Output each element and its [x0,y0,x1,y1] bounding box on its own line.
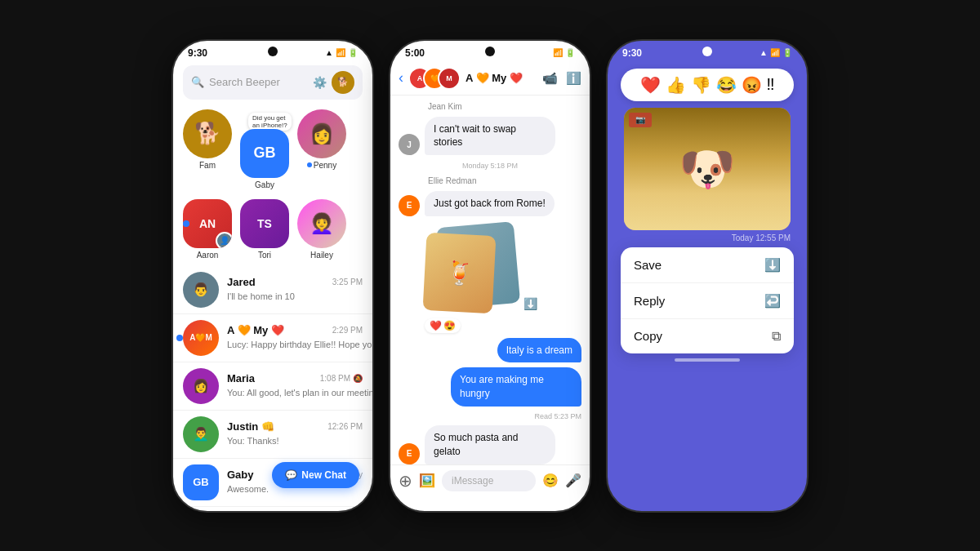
imessage-placeholder: iMessage [452,475,493,487]
chat-item-adrienne[interactable]: AD Adrienne Omg, that looks so nice! [173,507,372,513]
chat-name-jared: Jared [227,276,256,288]
input-bar: ⊕ 🖼️ iMessage 😊 🎤 [390,464,590,496]
reaction-exclaim[interactable]: ‼️ [767,75,775,95]
phone-2: 5:00 📶 🔋 ‹ A 🧡 M A 🧡 My ❤️ 📹 ℹ️ Jean Kim… [389,39,591,513]
chat-time-justin: 12:26 PM [327,422,363,431]
chat-item-jared[interactable]: 👨 Jared 3:25 PM I'll be home in 10 [173,266,372,314]
status-bar-3: 9:30 ▲ 📶 🔋 [608,41,807,62]
status-icons-1: ▲ 📶 🔋 [325,48,358,57]
status-icons-3: ▲ 📶 🔋 [760,48,792,57]
story-hailey[interactable]: 👩‍🦱 Hailey [297,199,346,260]
camera-notch-1 [268,47,278,56]
add-icon[interactable]: ⊕ [399,471,412,491]
story-label-hailey: Hailey [310,251,333,260]
chat-info-maria: Maria 1:08 PM 🔕 You: All good, let's pla… [227,372,363,399]
mic-icon[interactable]: 🎤 [565,473,581,488]
settings-icon[interactable]: ⚙️ [313,76,327,89]
story-aaron[interactable]: AN 👤 Aaron [183,199,232,260]
chat-item-maria[interactable]: 👩 Maria 1:08 PM 🔕 You: All good, let's p… [173,362,372,411]
time-3: 9:30 [622,47,642,59]
chat-item-justin[interactable]: 👨‍🦱 Justin 👊 12:26 PM You: Thanks! [173,411,372,459]
chat-avatar-gaby: GB [183,464,219,500]
menu-item-reply[interactable]: Reply ↩️ [621,283,794,319]
story-penny[interactable]: 👩 Penny [297,109,346,189]
reaction-thumbsdown[interactable]: 👎 [691,75,711,95]
chat-preview-justin: You: Thanks! [227,436,279,446]
conv-header: ‹ A 🧡 M A 🧡 My ❤️ 📹 ℹ️ [390,62,590,96]
dog-photo: 🐶 📷 [624,108,791,230]
status-bar-2: 5:00 📶 🔋 [390,41,590,62]
home-indicator-3 [675,358,740,362]
copy-icon: ⧉ [772,329,781,344]
chat-preview-gaby: Awesome. [227,484,269,494]
back-button[interactable]: ‹ [399,69,403,87]
story-label-fam: Fam [199,161,216,170]
story-label-gaby: Gaby [255,180,274,189]
emoji-icon[interactable]: 😊 [542,473,559,488]
story-label-aaron: Aaron [197,251,219,260]
bubble-right-2: You are making me hungry [451,367,581,407]
story-label-penny: Penny [314,161,336,170]
reaction-bar[interactable]: ❤️ 👍 👎 😂 😡 ‼️ [621,69,794,101]
chat-name-justin: Justin 👊 [227,420,274,433]
user-avatar-small[interactable]: 🐕 [332,71,354,94]
menu-item-copy[interactable]: Copy ⧉ [621,319,794,353]
chat-preview-amy: Lucy: Happy birthday Ellie!! Hope you've… [227,340,374,349]
bubble-right-1: Italy is a dream [497,338,581,363]
dog-image: 🐶 [679,142,736,196]
chat-name-gaby: Gaby [227,469,254,481]
bubble-jean: I can't wait to swap stories [425,117,555,156]
msg-row-ellie-1: E Just got back from Rome! [399,191,581,216]
camera-notch-2 [485,47,495,56]
chat-avatar-maria: 👩 [183,368,219,404]
unread-dot-amy [176,335,183,341]
msg-avatar-ellie-2: E [399,443,420,464]
conv-action-icons: 📹 ℹ️ [542,71,581,86]
chat-info-justin: Justin 👊 12:26 PM You: Thanks! [227,420,363,447]
status-icons-2: 📶 🔋 [553,48,575,57]
story-fam[interactable]: 🐕 Fam [183,109,232,189]
reaction-laugh[interactable]: 😂 [716,75,737,95]
msg-row-ellie-2: E So much pasta and gelato [399,425,581,464]
story-label-tori: Tori [258,251,271,260]
menu-item-save[interactable]: Save ⬇️ [621,247,794,283]
conv-avatars: A 🧡 M [408,67,457,90]
reaction-heart[interactable]: ❤️ [640,75,661,95]
msg-row-jean: J I can't wait to swap stories [399,117,581,156]
new-chat-button[interactable]: 💬 New Chat [272,462,359,488]
mute-icon: 🔕 [353,374,363,383]
image-group: 🏙️ 🍹 ⬇️ [425,224,539,313]
chat-avatar-amy: A🧡M [183,320,219,356]
reply-label: Reply [634,294,665,308]
reply-icon: ↩️ [764,293,781,309]
reaction-angry[interactable]: 😡 [742,75,762,95]
chat-avatar-justin: 👨‍🦱 [183,416,219,452]
search-bar[interactable]: 🔍 Search Beeper ⚙️ 🐕 [183,65,363,100]
download-icon[interactable]: ⬇️ [523,297,537,310]
phone-3: 9:30 ▲ 📶 🔋 ❤️ 👍 👎 😂 😡 ‼️ 🐶 📷 Today 12:55… [606,39,808,513]
chat-time-maria: 1:08 PM [320,374,350,383]
reaction-thumbsup[interactable]: 👍 [666,75,686,95]
info-icon[interactable]: ℹ️ [566,71,581,86]
copy-label: Copy [634,329,662,343]
chat-info-jared: Jared 3:25 PM I'll be home in 10 [227,276,363,303]
photo-tag: 📷 [629,113,652,127]
save-icon: ⬇️ [764,257,781,273]
msg-avatar-jean: J [399,134,420,155]
video-call-icon[interactable]: 📹 [542,71,558,86]
photo-timestamp: Today 12:55 PM [608,233,807,242]
new-chat-icon: 💬 [285,469,297,481]
sticker-icon[interactable]: 🖼️ [419,473,435,488]
story-row-2: AN 👤 Aaron TS Tori 👩‍🦱 Hailey [173,196,372,266]
story-gaby-initials: GB [254,144,276,162]
story-gaby[interactable]: Did you getan iPhone!? GB Gaby [240,129,289,189]
bubble-ellie-1: Just got back from Rome! [425,191,555,216]
chat-item-amy[interactable]: A🧡M A 🧡 My ❤️ 2:29 PM Lucy: Happy birthd… [173,314,372,362]
story-tori[interactable]: TS Tori [240,199,289,260]
chat-name-amy: A 🧡 My ❤️ [227,324,284,336]
chat-time-amy: 2:29 PM [332,326,363,335]
msg-row-right-1: Italy is a dream [399,338,581,363]
time-2: 5:00 [405,47,425,59]
message-input[interactable]: iMessage [442,470,536,491]
chat-preview-maria: You: All good, let's plan in our meeting… [227,388,374,398]
